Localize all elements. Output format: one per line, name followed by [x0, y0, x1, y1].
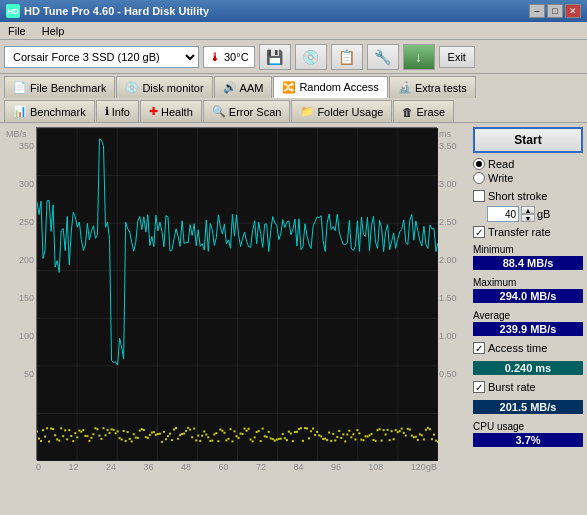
- folder-usage-icon: 📁: [300, 105, 314, 118]
- short-stroke-up[interactable]: ▲: [521, 206, 535, 214]
- window-title: HD Tune Pro 4.60 - Hard Disk Utility: [24, 5, 209, 17]
- burst-rate-checkbox[interactable]: ✓: [473, 381, 485, 393]
- toolbar-btn-3[interactable]: 📋: [331, 44, 363, 70]
- random-access-icon: 🔀: [282, 81, 296, 94]
- y-tick-100: 100: [19, 331, 34, 341]
- tab-file-benchmark-label: File Benchmark: [30, 82, 106, 94]
- tab-disk-monitor[interactable]: 💿 Disk monitor: [116, 76, 212, 98]
- short-stroke-label: Short stroke: [488, 190, 547, 202]
- y-right-tick-50: 0.50: [439, 369, 457, 379]
- disk-monitor-icon: 💿: [125, 81, 139, 94]
- chart-canvas: [37, 128, 438, 461]
- y-tick-300: 300: [19, 179, 34, 189]
- close-button[interactable]: ✕: [565, 4, 581, 18]
- tab-erase-label: Erase: [416, 106, 445, 118]
- menu-help[interactable]: Help: [38, 25, 69, 37]
- tab-erase[interactable]: 🗑 Erase: [393, 100, 454, 122]
- y-tick-200: 200: [19, 255, 34, 265]
- cpu-value: 3.7%: [473, 433, 583, 447]
- tab-file-benchmark[interactable]: 📄 File Benchmark: [4, 76, 115, 98]
- tab-folder-usage-label: Folder Usage: [317, 106, 383, 118]
- minimum-value: 88.4 MB/s: [473, 256, 583, 270]
- cpu-label: CPU usage: [473, 421, 583, 432]
- access-time-block: 0.240 ms: [473, 360, 583, 375]
- tab-error-scan-label: Error Scan: [229, 106, 282, 118]
- tab-aam-label: AAM: [240, 82, 264, 94]
- x-label-108: 108: [368, 462, 383, 472]
- benchmark-icon: 📊: [13, 105, 27, 118]
- minimize-button[interactable]: –: [529, 4, 545, 18]
- x-label-36: 36: [143, 462, 153, 472]
- tab-info-label: Info: [112, 106, 130, 118]
- tab-benchmark-label: Benchmark: [30, 106, 86, 118]
- tab-error-scan[interactable]: 🔍 Error Scan: [203, 100, 291, 122]
- tab-random-access-label: Random Access: [299, 81, 378, 93]
- toolbar-btn-1[interactable]: 💾: [259, 44, 291, 70]
- maximum-label: Maximum: [473, 277, 583, 288]
- error-scan-icon: 🔍: [212, 105, 226, 118]
- y-right-tick-150: 1.50: [439, 293, 457, 303]
- access-time-checkbox[interactable]: ✓: [473, 342, 485, 354]
- tab-extra-tests-label: Extra tests: [415, 82, 467, 94]
- file-benchmark-icon: 📄: [13, 81, 27, 94]
- app-icon: HD: [6, 4, 20, 18]
- drive-select[interactable]: Corsair Force 3 SSD (120 gB): [4, 46, 199, 68]
- access-time-checkbox-row: ✓ Access time: [473, 342, 583, 354]
- health-icon: ✚: [149, 105, 158, 118]
- tab-benchmark[interactable]: 📊 Benchmark: [4, 100, 95, 122]
- main-content: MB/s 350 300 250 200 150 100 50 ms 3.50 …: [0, 123, 587, 476]
- y-axis-right-label: ms: [439, 129, 451, 139]
- minimum-label: Minimum: [473, 244, 583, 255]
- x-label-12: 12: [68, 462, 78, 472]
- y-tick-50: 50: [24, 369, 34, 379]
- write-radio[interactable]: [473, 172, 485, 184]
- short-stroke-value-row: ▲ ▼ gB: [487, 206, 583, 222]
- x-label-120: 120gB: [411, 462, 437, 472]
- tab-info[interactable]: ℹ Info: [96, 100, 139, 122]
- x-label-72: 72: [256, 462, 266, 472]
- access-time-label: Access time: [488, 342, 547, 354]
- transfer-rate-checkbox-row: ✓ Transfer rate: [473, 226, 583, 238]
- y-right-tick-250: 2.50: [439, 217, 457, 227]
- tabs-row2: 📊 Benchmark ℹ Info ✚ Health 🔍 Error Scan…: [0, 98, 587, 122]
- menu-bar: File Help: [0, 22, 587, 40]
- tab-random-access[interactable]: 🔀 Random Access: [273, 76, 387, 98]
- short-stroke-checkbox[interactable]: [473, 190, 485, 202]
- tab-extra-tests[interactable]: 🔬 Extra tests: [389, 76, 476, 98]
- short-stroke-unit: gB: [537, 208, 550, 220]
- x-label-24: 24: [106, 462, 116, 472]
- maximum-value: 294.0 MB/s: [473, 289, 583, 303]
- temperature-display: 🌡 30°C: [203, 46, 255, 68]
- average-value: 239.9 MB/s: [473, 322, 583, 336]
- toolbar-btn-2[interactable]: 💿: [295, 44, 327, 70]
- burst-rate-checkbox-row: ✓ Burst rate: [473, 381, 583, 393]
- menu-file[interactable]: File: [4, 25, 30, 37]
- temperature-value: 30°C: [224, 51, 249, 63]
- maximize-button[interactable]: □: [547, 4, 563, 18]
- minimum-block: Minimum 88.4 MB/s: [473, 244, 583, 270]
- y-right-tick-200: 2.00: [439, 255, 457, 265]
- maximum-block: Maximum 294.0 MB/s: [473, 277, 583, 303]
- tab-health[interactable]: ✚ Health: [140, 100, 202, 122]
- burst-rate-value: 201.5 MB/s: [473, 400, 583, 414]
- read-radio[interactable]: [473, 158, 485, 170]
- title-bar: HD HD Tune Pro 4.60 - Hard Disk Utility …: [0, 0, 587, 22]
- x-label-48: 48: [181, 462, 191, 472]
- tab-folder-usage[interactable]: 📁 Folder Usage: [291, 100, 392, 122]
- start-button[interactable]: Start: [473, 127, 583, 153]
- read-label: Read: [488, 158, 514, 170]
- tab-health-label: Health: [161, 106, 193, 118]
- x-label-60: 60: [218, 462, 228, 472]
- x-label-84: 84: [293, 462, 303, 472]
- erase-icon: 🗑: [402, 106, 413, 118]
- tab-aam[interactable]: 🔊 AAM: [214, 76, 273, 98]
- short-stroke-down[interactable]: ▼: [521, 214, 535, 222]
- transfer-rate-checkbox[interactable]: ✓: [473, 226, 485, 238]
- info-icon: ℹ: [105, 105, 109, 118]
- y-right-tick-100: 1.00: [439, 331, 457, 341]
- exit-button[interactable]: Exit: [439, 46, 475, 68]
- short-stroke-input[interactable]: [487, 206, 519, 222]
- chart-area: [36, 127, 437, 460]
- toolbar-btn-5[interactable]: ↓: [403, 44, 435, 70]
- toolbar-btn-4[interactable]: 🔧: [367, 44, 399, 70]
